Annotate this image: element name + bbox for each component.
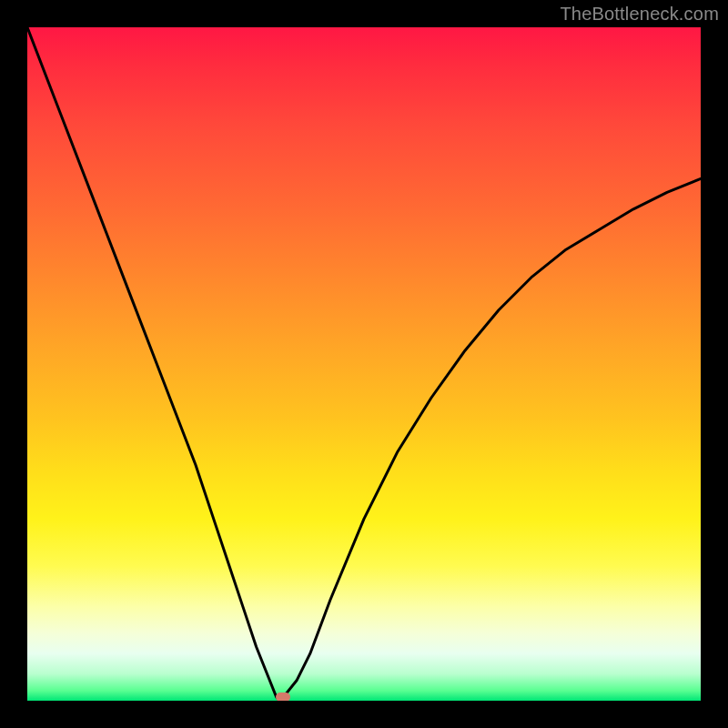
bottleneck-curve [27, 27, 701, 701]
watermark-text: TheBottleneck.com [560, 4, 719, 25]
chart-frame: TheBottleneck.com [0, 0, 728, 728]
plot-area [27, 27, 701, 701]
bottleneck-marker [276, 693, 290, 701]
